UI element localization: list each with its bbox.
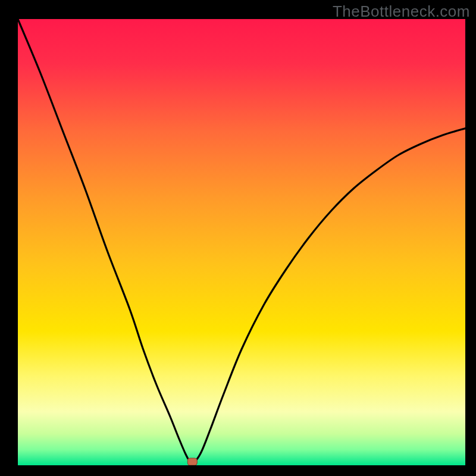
bottleneck-chart: [0, 0, 476, 476]
optimum-marker: [187, 458, 197, 465]
chart-frame: TheBottleneck.com: [0, 0, 476, 476]
plot-background: [18, 19, 465, 465]
